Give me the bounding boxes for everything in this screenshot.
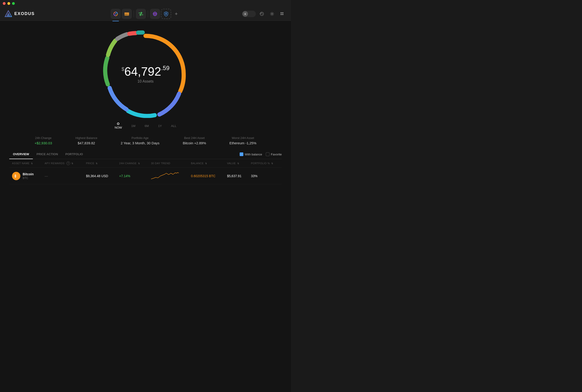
- filter-favorite[interactable]: Favorite: [266, 152, 282, 156]
- close-button[interactable]: [3, 2, 6, 5]
- nav-earn[interactable]: [161, 9, 171, 19]
- grid-button[interactable]: [278, 10, 286, 18]
- tab-portfolio[interactable]: PORTFOLIO: [62, 150, 87, 159]
- td-trend: [148, 168, 188, 184]
- td-asset-name: ₿ Bitcoin BTC: [9, 168, 42, 184]
- minimize-button[interactable]: [8, 2, 10, 5]
- fiat-value: $5,637.91: [227, 174, 241, 178]
- th-price[interactable]: PRICE ⇅: [83, 159, 116, 168]
- time-1m[interactable]: 1M: [131, 124, 135, 128]
- favorite-checkbox[interactable]: [266, 152, 270, 156]
- earn-icon: [164, 11, 168, 16]
- apy-help-icon[interactable]: ?: [66, 162, 70, 165]
- price-value: $9,364.48 USD: [86, 174, 108, 178]
- stat-highest-value: $47,839.82: [76, 141, 98, 145]
- now-dot: [117, 122, 119, 125]
- stat-highest-balance: Highest Balance $47,839.82: [76, 136, 98, 145]
- stat-best-asset: Best 24H Asset Bitcoin +2.89%: [183, 136, 206, 145]
- header: EXODUS: [0, 7, 291, 21]
- filter-with-balance[interactable]: ✓ With balance: [240, 152, 262, 156]
- with-balance-label: With balance: [245, 153, 262, 156]
- settings-icon: [270, 12, 274, 16]
- btc-icon: ₿: [12, 172, 20, 180]
- with-balance-checkbox[interactable]: ✓: [240, 152, 243, 156]
- nav-wallet[interactable]: [122, 9, 132, 19]
- time-6m[interactable]: 6M: [144, 124, 149, 128]
- time-all[interactable]: ALL: [171, 124, 176, 128]
- stat-portfolio-age: Portfolio Age 2 Year, 3 Month, 30 Days: [121, 136, 160, 145]
- portfolio-ring: $ 64,792 .59 10 Assets: [102, 30, 190, 118]
- sort-arrow-balance: ⇅: [205, 162, 207, 165]
- stat-best-value: Bitcoin +2.89%: [183, 141, 206, 145]
- lock-toggle[interactable]: [242, 11, 256, 17]
- balance-value: 0.60205315 BTC: [191, 174, 216, 178]
- nav-apps[interactable]: [150, 9, 160, 19]
- settings-button[interactable]: [268, 10, 276, 18]
- td-value: $5,637.91: [224, 168, 248, 184]
- exodus-logo-icon: [5, 10, 12, 18]
- title-bar: [0, 0, 291, 7]
- tab-price-action[interactable]: PRICE ACTION: [33, 150, 62, 159]
- apps-icon: [152, 11, 158, 16]
- assets-count: 10 Assets: [122, 79, 169, 84]
- sort-arrow-value: ⇅: [237, 162, 240, 165]
- stat-worst-label: Worst 24H Asset: [230, 136, 256, 140]
- nav-exchange[interactable]: [136, 9, 146, 19]
- sort-arrow-change: ⇅: [138, 162, 140, 165]
- portfolio-pct: 33%: [251, 174, 258, 178]
- nav-add[interactable]: +: [172, 10, 180, 18]
- logo-text: EXODUS: [14, 11, 35, 16]
- time-now[interactable]: NOW: [115, 122, 122, 129]
- nav-divider-1: [134, 10, 134, 17]
- maximize-button[interactable]: [12, 2, 15, 5]
- th-value[interactable]: VALUE ⇅: [224, 159, 248, 168]
- table-row[interactable]: ₿ Bitcoin BTC — $9,364.48 USD: [9, 168, 282, 184]
- exchange-icon: [138, 12, 144, 16]
- time-axis: NOW 1M 6M 1Y ALL: [110, 122, 181, 129]
- svg-text:₿: ₿: [14, 174, 16, 178]
- portfolio-section: $ 64,792 .59 10 Assets NOW 1M 6M 1Y ALL …: [9, 26, 282, 150]
- stat-age-value: 2 Year, 3 Month, 30 Days: [121, 141, 160, 145]
- amount-main: 64,792: [124, 64, 161, 78]
- sort-arrow-apy: ⇅: [72, 162, 74, 165]
- tab-overview[interactable]: OVERVIEW: [9, 150, 33, 159]
- time-now-label: NOW: [115, 126, 122, 129]
- nav-center: +: [110, 9, 180, 19]
- th-balance[interactable]: BALANCE ⇅: [188, 159, 224, 168]
- svg-point-11: [155, 14, 156, 14]
- table-body: ₿ Bitcoin BTC — $9,364.48 USD: [9, 168, 282, 184]
- sort-arrow-pct: ⇅: [271, 162, 274, 165]
- header-right: [242, 10, 286, 18]
- stat-highest-label: Highest Balance: [76, 136, 98, 140]
- svg-rect-21: [282, 14, 283, 15]
- main-content: $ 64,792 .59 10 Assets NOW 1M 6M 1Y ALL …: [0, 21, 291, 392]
- stat-best-label: Best 24H Asset: [183, 136, 206, 140]
- svg-rect-22: [280, 12, 281, 13]
- th-change[interactable]: 24H CHANGE ⇅: [116, 159, 148, 168]
- td-change: +7.14%: [116, 168, 148, 184]
- stat-worst-asset: Worst 24H Asset Ethereum -1,25%: [230, 136, 256, 145]
- th-portfolio-pct[interactable]: PORTFOLIO % ⇅: [248, 159, 282, 168]
- sort-arrow-price: ⇅: [96, 162, 98, 165]
- stat-24h-value: +$2,930.03: [34, 141, 52, 145]
- stat-worst-value: Ethereum -1,25%: [230, 141, 256, 145]
- svg-point-7: [128, 14, 128, 14]
- time-1y[interactable]: 1Y: [158, 124, 162, 128]
- stat-age-label: Portfolio Age: [121, 136, 160, 140]
- svg-rect-19: [282, 12, 283, 14]
- change-value: +7.14%: [119, 174, 130, 178]
- apy-value: —: [45, 174, 48, 178]
- th-apy[interactable]: APY REWARDS ? ⇅: [42, 159, 83, 168]
- sparkline-chart: [151, 171, 179, 180]
- grid-icon: [280, 12, 284, 16]
- amount-decimal: .59: [161, 64, 170, 72]
- td-apy: —: [42, 168, 83, 184]
- nav-portfolio[interactable]: [110, 9, 121, 19]
- history-button[interactable]: [258, 10, 266, 18]
- amount-symbol: $: [122, 64, 124, 74]
- tabs-right: ✓ With balance Favorite: [240, 152, 282, 156]
- th-trend: 30 DAY TREND: [148, 159, 188, 168]
- asset-name-full: Bitcoin: [23, 172, 34, 176]
- lock-toggle-knob: [242, 11, 248, 17]
- th-asset-name[interactable]: ASSET NAME ⇅: [9, 159, 42, 168]
